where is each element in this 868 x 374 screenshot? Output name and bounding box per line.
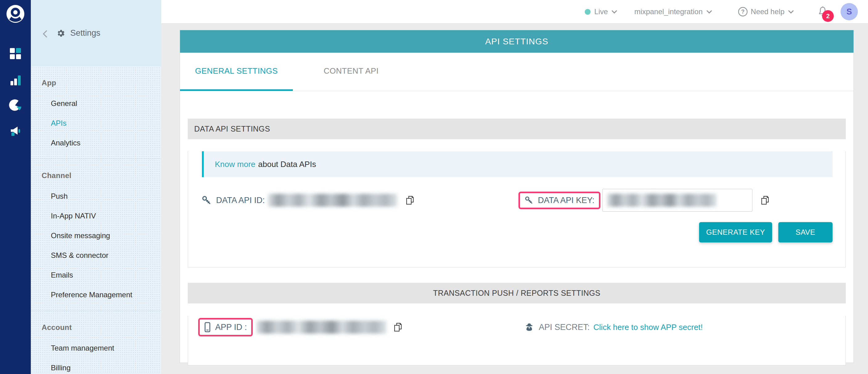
notifications-bell[interactable]: 2 xyxy=(817,6,828,18)
brand-logo[interactable] xyxy=(6,5,24,23)
help-question-icon: ? xyxy=(738,7,748,16)
key-icon xyxy=(524,196,533,205)
app-id-field: APP ID : xyxy=(198,318,403,336)
reports-pie-icon[interactable] xyxy=(9,99,22,112)
info-banner: Know more about Data APIs xyxy=(202,151,833,177)
data-api-id-redacted-value xyxy=(268,194,397,207)
icon-rail xyxy=(0,0,31,374)
notification-badge: 2 xyxy=(822,10,834,22)
gear-icon xyxy=(56,29,65,38)
sidebar-item-team-management[interactable]: Team management xyxy=(31,338,161,358)
analytics-bars-icon[interactable] xyxy=(9,74,22,87)
app-id-redacted-value xyxy=(256,321,386,334)
sidebar-header: Settings xyxy=(31,0,161,66)
sidebar-section-account: Account Team management Billing xyxy=(31,311,161,374)
section-header: DATA API SETTINGS xyxy=(188,118,846,139)
section-label: Channel xyxy=(31,169,161,182)
sidebar-item-apis[interactable]: APIs xyxy=(31,113,161,133)
show-app-secret-link[interactable]: Click here to show APP secret! xyxy=(593,322,703,332)
settings-sidebar: Settings App General APIs Analytics Chan… xyxy=(31,0,161,374)
campaigns-megaphone-icon[interactable] xyxy=(9,125,22,138)
data-api-key-field: DATA API KEY: xyxy=(519,189,770,212)
user-avatar[interactable]: S xyxy=(841,3,858,20)
app-id-label: APP ID : xyxy=(215,322,247,332)
sidebar-section-channel: Channel Push In-App NATIV Onsite messagi… xyxy=(31,159,161,311)
sidebar-section-app: App General APIs Analytics xyxy=(31,66,161,159)
sidebar-item-general[interactable]: General xyxy=(31,94,161,113)
sidebar-item-preference-management[interactable]: Preference Management xyxy=(31,285,161,305)
chevron-down-icon xyxy=(612,10,617,13)
section-label: App xyxy=(31,77,161,89)
environment-selector[interactable]: Live xyxy=(585,7,617,16)
project-selector[interactable]: mixpanel_integration xyxy=(634,7,712,16)
mobile-phone-icon xyxy=(204,322,211,332)
api-secret-label: API SECRET: xyxy=(539,322,590,332)
environment-label: Live xyxy=(594,7,608,16)
page-title: API SETTINGS xyxy=(180,30,854,53)
key-icon xyxy=(201,195,212,205)
sidebar-item-push[interactable]: Push xyxy=(31,186,161,206)
data-api-key-highlight-box: DATA API KEY: xyxy=(519,192,600,209)
copy-icon[interactable] xyxy=(761,195,770,205)
section-header: TRANSACTION PUSH / REPORTS SETTINGS xyxy=(188,283,846,303)
sidebar-item-analytics[interactable]: Analytics xyxy=(31,133,161,153)
main-area: Live mixpanel_integration ? Need xyxy=(161,0,868,374)
sidebar-item-sms-connector[interactable]: SMS & connector xyxy=(31,245,161,265)
copy-icon[interactable] xyxy=(405,195,414,205)
svg-text:?: ? xyxy=(741,9,744,15)
data-api-key-redacted-value xyxy=(607,194,717,207)
section-label: Account xyxy=(31,321,161,334)
chevron-down-icon xyxy=(788,10,794,13)
sidebar-item-billing[interactable]: Billing xyxy=(31,358,161,374)
tab-bar: GENERAL SETTINGS CONTENT API xyxy=(180,53,854,91)
sidebar-item-inapp-nativ[interactable]: In-App NATIV xyxy=(31,206,161,226)
secret-spy-icon xyxy=(524,322,534,332)
data-api-key-input[interactable] xyxy=(602,189,752,212)
help-label: Need help xyxy=(751,7,784,16)
copy-icon[interactable] xyxy=(393,322,403,332)
tab-general-settings[interactable]: GENERAL SETTINGS xyxy=(180,53,293,91)
tab-content-api[interactable]: CONTENT API xyxy=(320,53,382,91)
know-more-link[interactable]: Know more xyxy=(215,160,255,169)
api-settings-card: API SETTINGS GENERAL SETTINGS CONTENT AP… xyxy=(180,30,854,363)
sidebar-item-emails[interactable]: Emails xyxy=(31,265,161,285)
back-chevron-icon[interactable] xyxy=(42,30,48,36)
help-menu[interactable]: ? Need help xyxy=(738,7,794,16)
data-api-id-field: DATA API ID: xyxy=(201,194,414,207)
chevron-down-icon xyxy=(707,10,712,13)
data-api-id-label: DATA API ID: xyxy=(216,196,265,205)
transaction-settings-section: TRANSACTION PUSH / REPORTS SETTINGS xyxy=(188,283,846,365)
data-api-settings-section: DATA API SETTINGS Know more about Data A… xyxy=(188,118,846,267)
live-status-dot xyxy=(585,9,591,15)
app-root: Settings App General APIs Analytics Chan… xyxy=(0,0,868,374)
sidebar-title: Settings xyxy=(70,28,100,38)
save-button[interactable]: SAVE xyxy=(778,222,833,242)
sidebar-item-onsite-messaging[interactable]: Onsite messaging xyxy=(31,226,161,245)
data-api-key-label: DATA API KEY: xyxy=(538,196,595,205)
topbar: Live mixpanel_integration ? Need xyxy=(161,0,868,24)
app-id-highlight-box: APP ID : xyxy=(198,318,253,336)
banner-text: about Data APIs xyxy=(258,160,316,169)
dashboard-grid-icon[interactable] xyxy=(9,47,22,60)
api-secret-field: API SECRET: Click here to show APP secre… xyxy=(524,322,703,332)
project-name: mixpanel_integration xyxy=(634,7,703,16)
generate-key-button[interactable]: GENERATE KEY xyxy=(699,222,772,242)
